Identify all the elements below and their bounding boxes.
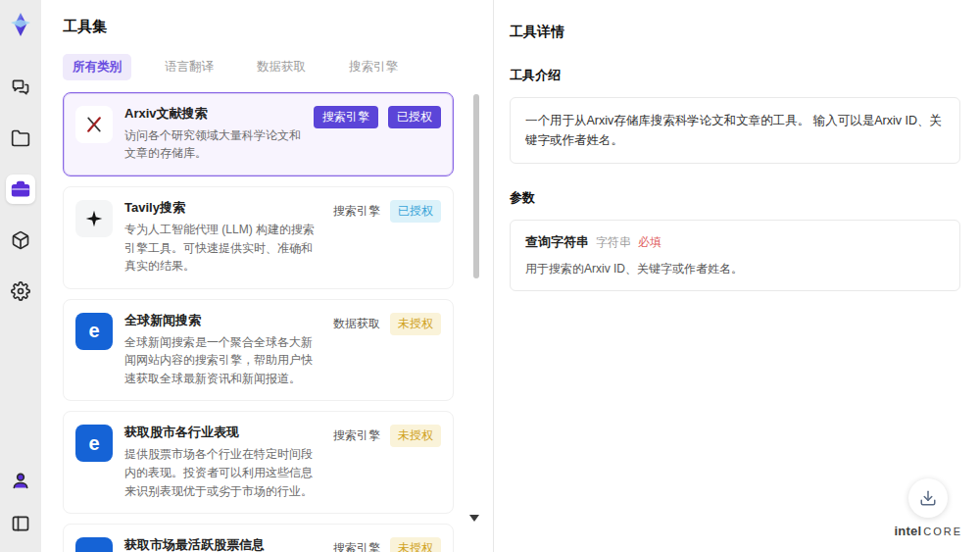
news-app-icon: e	[75, 313, 113, 350]
intel-core-logo: intel CORE	[894, 524, 962, 538]
tool-card[interactable]: e获取市场最活跃股票信息提供当天交易量最高的股票列表，投资者可以利用这些信息来识…	[63, 524, 454, 552]
tool-status-badge: 未授权	[390, 425, 441, 447]
tool-status-badge: 已授权	[388, 106, 441, 128]
intel-logo-text: intel	[894, 524, 921, 538]
left-rail	[0, 0, 41, 552]
rail-item-panel-toggle[interactable]	[6, 509, 35, 538]
rail-item-folder[interactable]	[6, 124, 35, 153]
tool-name: 获取股市各行业表现	[124, 425, 323, 441]
scrollbar[interactable]	[473, 90, 479, 539]
tool-category-badge: 搜索引擎	[333, 540, 380, 552]
tool-description: 访问各个研究领域大量科学论文和文章的存储库。	[124, 126, 304, 163]
rail-item-chat[interactable]	[6, 73, 35, 102]
toolbox-icon	[11, 179, 30, 199]
intro-text: 一个用于从Arxiv存储库搜索科学论文和文章的工具。 输入可以是Arxiv ID…	[525, 111, 945, 150]
tool-description: 全球新闻搜索是一个聚合全球各大新闻网站内容的搜索引擎，帮助用户快速获取全球最新资…	[124, 333, 323, 388]
tool-category-badge: 搜索引擎	[333, 203, 380, 220]
arxiv-icon	[75, 106, 113, 143]
parameter-row: 查询字符串字符串必填用于搜索的Arxiv ID、关键字或作者姓名。	[525, 233, 945, 277]
tool-name: Arxiv文献搜索	[124, 106, 304, 123]
news-app-icon: e	[75, 537, 113, 552]
app-logo-icon[interactable]	[6, 10, 35, 39]
star-icon	[75, 200, 113, 237]
tool-category-badge: 搜索引擎	[314, 106, 378, 128]
tool-status-badge: 未授权	[390, 537, 441, 552]
tools-panel: 工具集 所有类别语言翻译数据获取搜索引擎 Arxiv文献搜索访问各个研究领域大量…	[41, 0, 494, 552]
rail-nav	[6, 73, 35, 306]
intro-box: 一个用于从Arxiv存储库搜索科学论文和文章的工具。 输入可以是Arxiv ID…	[510, 97, 960, 164]
corner-widgets: intel CORE	[894, 478, 962, 538]
tool-detail-panel: 工具详情 工具介绍 一个用于从Arxiv存储库搜索科学论文和文章的工具。 输入可…	[494, 0, 980, 552]
scrollbar-thumb[interactable]	[473, 94, 479, 278]
panel-toggle-icon	[11, 514, 30, 533]
tool-description: 提供股票市场各个行业在特定时间段内的表现。投资者可以利用这些信息来识别表现优于或…	[124, 445, 323, 500]
rail-item-gear[interactable]	[6, 276, 35, 306]
category-tabs: 所有类别语言翻译数据获取搜索引擎	[63, 54, 467, 80]
tool-card[interactable]: e全球新闻搜索全球新闻搜索是一个聚合全球各大新闻网站内容的搜索引擎，帮助用户快速…	[63, 299, 454, 402]
tool-category-badge: 数据获取	[333, 316, 380, 332]
parameter-required-badge: 必填	[638, 234, 662, 251]
rail-bottom	[6, 466, 35, 538]
parameter-description: 用于搜索的Arxiv ID、关键字或作者姓名。	[525, 260, 945, 277]
rail-item-avatar[interactable]	[6, 466, 35, 495]
tab-1[interactable]: 语言翻译	[155, 54, 223, 80]
tab-2[interactable]: 数据获取	[247, 54, 316, 80]
tool-name: Tavily搜索	[124, 200, 323, 217]
tool-card[interactable]: e获取股市各行业表现提供股票市场各个行业在特定时间段内的表现。投资者可以利用这些…	[63, 411, 454, 514]
tool-card[interactable]: Arxiv文献搜索访问各个研究领域大量科学论文和文章的存储库。搜索引擎已授权	[63, 92, 454, 176]
core-logo-text: CORE	[923, 526, 962, 537]
tool-name: 获取市场最活跃股票信息	[124, 537, 323, 552]
intro-heading: 工具介绍	[510, 67, 960, 84]
download-icon	[919, 489, 937, 507]
tool-name: 全球新闻搜索	[124, 313, 323, 329]
scrollbar-down-arrow[interactable]	[469, 515, 479, 522]
chat-icon	[11, 77, 30, 97]
tool-category-badge: 搜索引擎	[333, 427, 380, 444]
cube-icon	[11, 230, 30, 250]
rail-item-cube[interactable]	[6, 226, 35, 255]
tool-status-badge: 未授权	[390, 313, 441, 335]
params-box: 查询字符串字符串必填用于搜索的Arxiv ID、关键字或作者姓名。	[510, 220, 960, 291]
parameter-name: 查询字符串	[525, 233, 589, 251]
parameter-type: 字符串	[596, 234, 631, 251]
rail-item-toolbox[interactable]	[6, 175, 35, 204]
tool-card[interactable]: Tavily搜索专为人工智能代理 (LLM) 构建的搜索引擎工具。可快速提供实时…	[63, 186, 454, 289]
tab-3[interactable]: 搜索引擎	[339, 54, 408, 80]
app-window: 工具集 所有类别语言翻译数据获取搜索引擎 Arxiv文献搜索访问各个研究领域大量…	[0, 0, 980, 552]
folder-icon	[11, 128, 30, 148]
detail-title: 工具详情	[510, 24, 960, 41]
avatar-icon	[11, 471, 30, 490]
news-app-icon: e	[75, 425, 113, 462]
tool-list: Arxiv文献搜索访问各个研究领域大量科学论文和文章的存储库。搜索引擎已授权Ta…	[63, 92, 467, 552]
tool-description: 专为人工智能代理 (LLM) 构建的搜索引擎工具。可快速提供实时、准确和真实的结…	[124, 221, 323, 276]
download-button[interactable]	[908, 478, 948, 518]
page-title: 工具集	[63, 18, 467, 36]
tab-all-categories[interactable]: 所有类别	[63, 54, 131, 80]
tool-status-badge: 已授权	[390, 200, 441, 223]
gear-icon	[11, 281, 30, 301]
params-heading: 参数	[510, 189, 960, 207]
